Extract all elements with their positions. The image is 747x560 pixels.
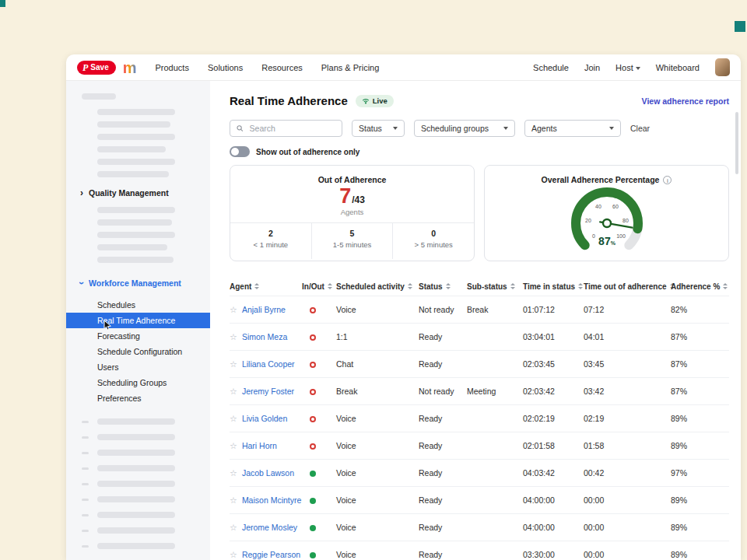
gauge-tick-20: 20 (585, 218, 591, 223)
out-of-adherence-toggle[interactable] (230, 146, 250, 157)
skeleton-dash (82, 499, 89, 501)
sort-icon[interactable] (446, 283, 451, 289)
table-row[interactable]: ☆Livia GoldenVoiceReady02:02:1902:1989% (230, 404, 729, 432)
agent-link[interactable]: Liliana Cooper (242, 359, 295, 369)
scheduling-groups-dropdown[interactable]: Scheduling groups (414, 120, 515, 137)
sidebar-item-preferences[interactable]: Preferences (66, 390, 210, 406)
column-header[interactable]: In/Out (302, 282, 336, 291)
sort-icon[interactable] (408, 283, 412, 289)
scrollbar-thumb[interactable] (735, 112, 738, 174)
agent-link[interactable]: Maison Mcintyre (242, 495, 301, 505)
column-header[interactable]: Scheduled activity (336, 282, 419, 291)
agent-link[interactable]: Jacob Lawson (242, 468, 294, 478)
inout-cell (302, 305, 336, 314)
table-row[interactable]: ☆Jeremy FosterBreakNot readyMeeting02:03… (230, 377, 729, 404)
nav-link-resources[interactable]: Resources (261, 63, 303, 72)
sort-icon[interactable] (578, 283, 583, 289)
search-input[interactable] (248, 123, 335, 134)
skeleton-bar (82, 93, 116, 100)
column-header[interactable]: Status (419, 282, 467, 291)
column-header[interactable]: Agent (230, 282, 302, 291)
star-icon[interactable]: ☆ (230, 305, 237, 315)
view-adherence-report-link[interactable]: View adherence report (642, 96, 729, 106)
search-input-wrapper[interactable] (230, 120, 342, 137)
decor-square-top-left (0, 0, 5, 7)
agent-link[interactable]: Livia Golden (242, 414, 287, 423)
table-row[interactable]: ☆Hari HornVoiceReady02:01:5801:5889% (230, 432, 729, 459)
star-icon[interactable]: ☆ (230, 359, 237, 369)
status-cell: Ready (419, 359, 467, 369)
star-icon[interactable]: ☆ (230, 441, 237, 451)
nav-link-schedule[interactable]: Schedule (533, 63, 569, 72)
nav-link-whiteboard[interactable]: Whiteboard (656, 63, 700, 72)
sidebar-item-forecasting[interactable]: Forecasting (66, 328, 210, 344)
table-row[interactable]: ☆Anjali ByrneVoiceNot readyBreak01:07:12… (230, 296, 729, 323)
sidebar-item-schedule-configuration[interactable]: Schedule Configuration (66, 344, 210, 359)
star-icon[interactable]: ☆ (230, 495, 237, 506)
sidebar-item-real-time-adherence[interactable]: Real Time Adherence (66, 313, 210, 328)
skeleton-bar (97, 109, 175, 115)
breakdown-under-1-min: 2 < 1 minute (230, 223, 311, 259)
gauge-tick-80: 80 (622, 218, 629, 223)
inout-cell (302, 523, 336, 532)
nav-link-solutions[interactable]: Solutions (208, 63, 243, 72)
sidebar-item-scheduling-groups[interactable]: Scheduling Groups (66, 375, 210, 390)
inout-dot-out (310, 307, 316, 313)
user-avatar[interactable] (715, 58, 730, 76)
sidebar-section-quality-management[interactable]: › Quality Management (80, 188, 210, 198)
agent-link[interactable]: Simon Meza (242, 332, 287, 341)
agent-link[interactable]: Anjali Byrne (242, 305, 286, 314)
agent-link[interactable]: Reggie Pearson (242, 550, 300, 559)
star-icon[interactable]: ☆ (230, 414, 237, 424)
column-header[interactable]: Adherence % (671, 282, 729, 291)
agent-link[interactable]: Jeremy Foster (242, 387, 294, 396)
star-icon[interactable]: ☆ (230, 550, 237, 560)
nav-link-join[interactable]: Join (584, 63, 600, 72)
sidebar-section-workforce-management[interactable]: › Workforce Management (80, 278, 210, 288)
sort-icon[interactable] (328, 283, 332, 289)
time-in-status-cell: 02:03:42 (523, 387, 584, 396)
star-icon[interactable]: ☆ (230, 387, 237, 397)
agents-table: AgentIn/OutScheduled activityStatusSub-s… (230, 277, 729, 560)
info-icon[interactable]: i (663, 176, 672, 184)
status-dropdown[interactable]: Status (352, 120, 405, 137)
column-header[interactable]: Time out of adherence (584, 282, 671, 291)
adherence-cell: 89% (671, 523, 729, 532)
table-row[interactable]: ☆Jerome MosleyVoiceReady04:00:0000:0089% (230, 513, 729, 541)
star-icon[interactable]: ☆ (230, 332, 237, 342)
inout-cell (302, 414, 336, 423)
sort-icon[interactable] (510, 283, 515, 289)
time-out-of-adherence-cell: 03:42 (584, 387, 671, 396)
scheduled-activity-cell: 1:1 (336, 332, 419, 341)
star-icon[interactable]: ☆ (230, 468, 237, 478)
column-header[interactable]: Time in status (523, 282, 584, 291)
sort-icon[interactable] (723, 283, 728, 289)
nav-link-products[interactable]: Products (156, 63, 189, 72)
table-row[interactable]: ☆Reggie PearsonVoiceReady03:30:0000:0089… (230, 541, 729, 560)
table-row[interactable]: ☆Maison McintyreVoiceReady04:00:0000:008… (230, 486, 729, 513)
toggle-label: Show out of adherence only (256, 148, 359, 156)
table-row[interactable]: ☆Simon Meza1:1Ready03:04:0104:0187% (230, 323, 729, 350)
agent-link[interactable]: Hari Horn (242, 441, 277, 450)
brand-logo-m[interactable]: m (123, 60, 137, 75)
clear-filters-button[interactable]: Clear (630, 124, 650, 133)
star-icon[interactable]: ☆ (230, 523, 237, 533)
nav-link-plans-pricing[interactable]: Plans & Pricing (321, 63, 380, 72)
agent-link[interactable]: Jerome Mosley (242, 523, 297, 532)
skeleton-bar (97, 207, 175, 213)
pinterest-save-button[interactable]: P Save (77, 61, 116, 75)
adherence-cell: 87% (671, 359, 729, 369)
column-header[interactable]: Sub-status (467, 282, 523, 291)
inout-dot-in (310, 471, 316, 477)
time-out-of-adherence-cell: 00:00 (584, 550, 671, 559)
sort-icon[interactable] (254, 283, 259, 289)
agents-dropdown[interactable]: Agents (524, 120, 621, 137)
table-row[interactable]: ☆Liliana CooperChatReady02:03:4503:4587% (230, 350, 729, 377)
sidebar-item-schedules[interactable]: Schedules (66, 297, 210, 313)
scheduled-activity-cell: Break (336, 387, 419, 396)
top-nav-bar: P Save m Products Solutions Resources Pl… (66, 54, 741, 81)
nav-link-host[interactable]: Host (615, 63, 640, 72)
table-row[interactable]: ☆Jacob LawsonVoiceReady04:03:4200:4297% (230, 459, 729, 486)
sidebar-item-users[interactable]: Users (66, 359, 210, 375)
skeleton-dash (82, 467, 89, 470)
